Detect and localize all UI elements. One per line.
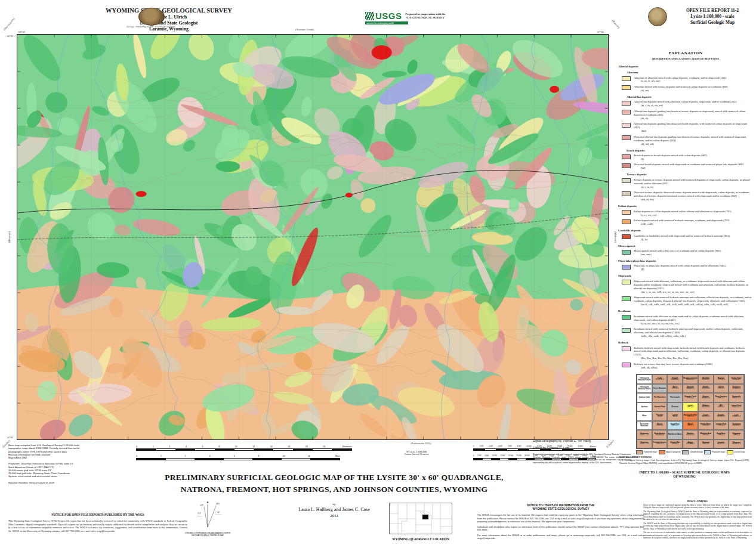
scalebar-tick: 10 [282,455,285,457]
index-quad-cell: Thermopolis [667,393,683,403]
legend-description: Alluvial fan deposits grading into bench… [634,110,752,120]
scalebar-tick: 1 [161,455,162,457]
index-legend-swatch [682,450,689,454]
grid-north-label: GN [200,504,203,506]
index-quad-cell: LysiteOFR 11-2 [683,403,698,412]
legend-swatch [622,135,631,140]
index-quad-code: OFR 03-7 [718,407,724,408]
index-quad-name: Red Desert Basin [668,434,682,435]
index-quad-name: Yellowstone National Park N [637,377,652,381]
index-quad-cell: Yellowstone National Park S [637,384,652,394]
index-quad-code: USGS C-102 [640,435,649,436]
index-quad-cell: Laramie PeakOFR 03-3 [714,421,729,431]
index-quad-code: HSDM 02-4 [702,398,710,400]
report-header: OPEN FILE REPORT 11-2 Lysite 1:100,000 -… [673,8,752,25]
legend-entry: Dissected bench deposits mixed with slop… [622,163,754,170]
legend-description: Residuum mixed with alluvium or slopewas… [634,315,752,326]
legend-entry: Alluvium mixed with terrace deposits and… [622,85,754,92]
scalebar-tick-labels: 0124681012Miles [136,455,340,457]
scalebar-tick: 14 [270,445,273,448]
map-title: PRELIMINARY SURFICIAL GEOLOGIC MAP OF TH… [119,472,549,496]
scalebar-tick: 2 [185,455,186,457]
disclaimers-body-line: The Wyoming State Geological Survey (WSG… [643,510,752,521]
legend-swatch [622,280,631,284]
legend-swatch [622,219,631,224]
index-quad-code: HSDM 03-5 [732,398,740,400]
legend-swatch [622,234,631,239]
scalebar-tick: 4,000 [498,445,502,448]
scalebar-tick: 10 [235,445,237,448]
coord-lon-left: 108°00' [18,30,25,33]
legend-unit-codes: (rm, rme) [641,253,752,256]
legend-unit-codes: (st, t, ta, ts) [641,185,752,189]
legend-unit-codes: (std, td, tds) [641,198,752,202]
index-quad-code: HSDM 94-5 [671,379,680,381]
legend-swatch [622,163,631,168]
gn-value: 0°32' [198,512,202,515]
index-quad-code: HSDM 94-2 [702,388,710,390]
index-quad-code: HSDM 91-2 [686,379,695,381]
index-quad-name: Yellowstone National Park S [637,386,652,390]
index-quad-cell: FarsonOFR 10-4 [652,421,668,431]
index-quad-cell: KemmererUSGS C-102 [637,430,652,439]
legend-entry: Alluvial fan deposits grading into disse… [622,122,754,133]
index-quad-code: SMP 05-4 [672,425,679,427]
legend-unit-codes: (bd) [641,166,752,170]
disclaimers-body-line: The use of or reference to trademarks, t… [643,531,752,539]
index-map-grid: Yellowstone National Park NCodyHSDM 96-3… [636,374,745,449]
agency-name: WYOMING STATE GEOLOGICAL SURVEY [51,7,287,14]
index-quad-cell: BairoilOFR 11-1 [683,421,698,431]
gn-mils: 10 MILS [196,515,202,517]
notice-to-users-body-line: For more information about the WSGS or t… [477,534,644,540]
scalebar-tick: 2,000 [489,445,493,448]
index-quad-code: OFR 05-1 [718,379,724,381]
index-quad-cell: Jackson Lake [637,393,652,403]
index-quad-code: OFR 08-1 [702,425,709,427]
map-sheet: WYOMING STATE GEOLOGICAL SURVEY Wallace … [0,0,756,548]
legend-unit-codes: (fb, ft) [641,117,752,120]
scalebar-tick-labels: 012468101214161820Kilometers [136,445,352,448]
index-quad-cell: CasperHSDM 06-3 [698,411,714,421]
index-quad-code: HSDM 94-4 [656,435,664,436]
legend-section-header: Alluvial fan deposits [627,95,754,98]
map-unit-legend: Alluvial depositsAlluviumAlluvium or all… [618,62,754,370]
index-quad-code: OFR 09-2 [656,444,663,445]
legend-description: Slopewash mixed with scattered bedrock o… [634,296,752,306]
index-quad-name: Thermopolis [670,397,680,398]
scalebar-tick: 8 [258,455,260,457]
index-quad-cell: KayceeHSDM 02-4 [698,393,714,403]
scalebar-tick: 4 [209,455,211,457]
index-quad-code: HSDM 95-5 [686,388,695,390]
index-quad-name: Jackson [641,406,647,408]
explanation-title: EXPLANATION [618,51,753,55]
disclaimers-body: Users of these maps are cautioned agains… [643,504,752,539]
index-map-title: INDEX TO 1:100,000 – SCALE SURFICIAL GEO… [621,470,748,479]
legend-swatch [622,265,631,270]
notice-to-users-heading: NOTICE TO USERS OF INFORMATION FROM THE … [477,504,644,511]
index-quad-cell: LanderMS-49 [667,411,683,421]
index-quad-cell: Riverton [667,403,683,412]
index-quad-code: HSDM 96-3 [656,379,664,381]
coord-lat-top: 43°30' [7,35,13,38]
index-legend-item: Proposed maps [704,450,725,454]
legend-swatch [622,101,631,106]
base-map-credits: Base map compiled from U.S. Geological S… [8,444,131,484]
map-title-line2: NATRONA, FREMONT, HOT SPRINGS, AND JOHNS… [119,484,549,496]
index-quad-cell: Fontenelle Reservoir [637,421,652,431]
legend-unit-codes: (P) [641,268,752,271]
index-quad-cell: South PassSMP 05-4 [667,421,683,431]
scale-statement: SCALE 1:100,000 Contour Interval 20 mete… [381,450,452,456]
legend-unit-codes: (fd, ftd, tfd) [641,143,752,146]
legend-description: Bench deposits or bench deposits mixed w… [634,154,752,161]
scalebar-tick: 15,000 [500,455,505,457]
notice-open-file-heading: NOTICE FOR OPEN FILE REPORTS PUBLISHED B… [8,513,187,516]
index-quad-code: OFR 10-4 [656,425,663,427]
index-quad-cell: Burgess JunctionHSDM 91-2 [683,374,698,384]
index-quad-code: USGS C-103 [640,444,649,445]
index-quad-cell: Reno JunctionOFR 05-8 [714,393,729,403]
legend-entry: Landslides or landslides mixed with slop… [622,234,754,242]
index-quad-cell: Medicine BowOFR 06-4 [698,430,714,439]
index-legend-swatch [659,450,665,454]
scalebar-tick: 30,000 [524,455,529,457]
usgs-wave-icon [365,12,374,20]
